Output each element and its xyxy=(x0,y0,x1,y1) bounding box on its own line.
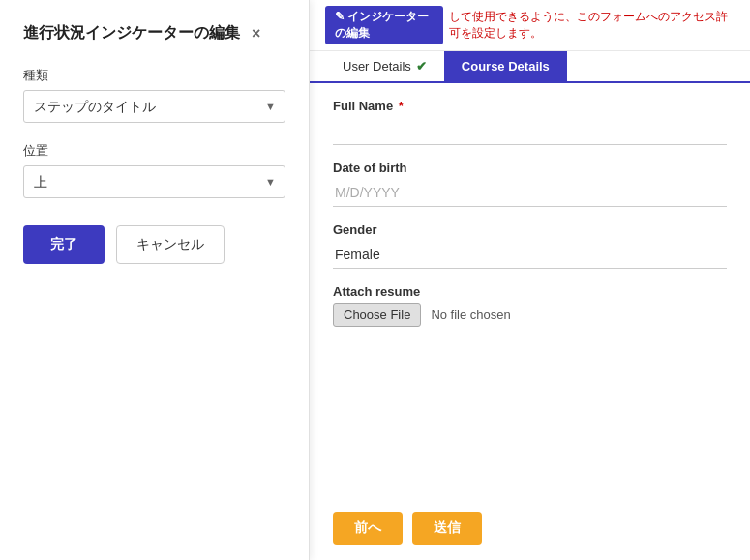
gender-field: Gender xyxy=(333,222,727,269)
checkmark-icon: ✔ xyxy=(416,59,427,74)
required-marker: * xyxy=(399,99,404,113)
tab-course-details-label: Course Details xyxy=(462,59,550,74)
tab-course-details[interactable]: Course Details xyxy=(444,51,567,81)
gender-label: Gender xyxy=(333,222,727,237)
position-select-wrapper: 上 下 非表示 xyxy=(23,165,285,198)
form-area: User Details ✔ Course Details Full Name … xyxy=(310,51,750,560)
dob-label: Date of birth xyxy=(333,161,727,175)
position-field-group: 位置 上 下 非表示 xyxy=(23,142,285,198)
attach-resume-label: Attach resume xyxy=(333,284,727,299)
form-footer: 前へ 送信 xyxy=(310,496,750,560)
tabs: User Details ✔ Course Details xyxy=(310,51,750,83)
close-icon[interactable]: × xyxy=(252,25,260,43)
tab-user-details[interactable]: User Details ✔ xyxy=(325,51,444,81)
editor-banner-label: ✎ インジケーターの編集 xyxy=(325,6,443,44)
kind-label: 種類 xyxy=(23,67,285,84)
confirm-button[interactable]: 完了 xyxy=(23,225,105,264)
top-bar: ✎ インジケーターの編集 して使用できるように、このフォームへのアクセス許可を設… xyxy=(310,0,750,51)
kind-select-wrapper: ステップのタイトル ステップ番号 プログレスバー xyxy=(23,90,285,123)
full-name-input[interactable] xyxy=(333,117,727,145)
no-file-label: No file chosen xyxy=(431,308,510,322)
action-buttons: 完了 キャンセル xyxy=(23,225,285,264)
kind-select[interactable]: ステップのタイトル ステップ番号 プログレスバー xyxy=(23,90,285,123)
choose-file-button[interactable]: Choose File xyxy=(333,303,421,327)
attach-resume-field: Attach resume Choose File No file chosen xyxy=(333,284,727,327)
position-label: 位置 xyxy=(23,142,285,160)
tab-user-details-label: User Details xyxy=(343,59,411,74)
panel-title: 進行状況インジケーターの編集 × xyxy=(23,23,285,44)
top-bar-note: して使用できるように、このフォームへのアクセス許可を設定します。 xyxy=(449,9,735,42)
gender-input[interactable] xyxy=(333,241,727,269)
submit-button[interactable]: 送信 xyxy=(412,512,482,545)
dob-field: Date of birth xyxy=(333,161,727,207)
file-row: Choose File No file chosen xyxy=(333,303,727,327)
overlay-panel: ✎ インジケーターの編集 して使用できるように、このフォームへのアクセス許可を設… xyxy=(310,0,750,560)
left-panel: 進行状況インジケーターの編集 × 種類 ステップのタイトル ステップ番号 プログ… xyxy=(0,0,310,560)
full-name-field: Full Name * xyxy=(333,99,727,145)
cancel-button[interactable]: キャンセル xyxy=(116,225,225,264)
back-button[interactable]: 前へ xyxy=(333,512,403,545)
full-name-label: Full Name * xyxy=(333,99,727,113)
dob-input[interactable] xyxy=(333,179,727,207)
kind-field-group: 種類 ステップのタイトル ステップ番号 プログレスバー xyxy=(23,67,285,123)
form-body: Full Name * Date of birth Gender Attach … xyxy=(310,83,750,496)
right-panel: ✎ インジケーターの編集 して使用できるように、このフォームへのアクセス許可を設… xyxy=(310,0,750,560)
position-select[interactable]: 上 下 非表示 xyxy=(23,165,285,198)
panel-title-text: 進行状況インジケーターの編集 xyxy=(23,23,240,44)
